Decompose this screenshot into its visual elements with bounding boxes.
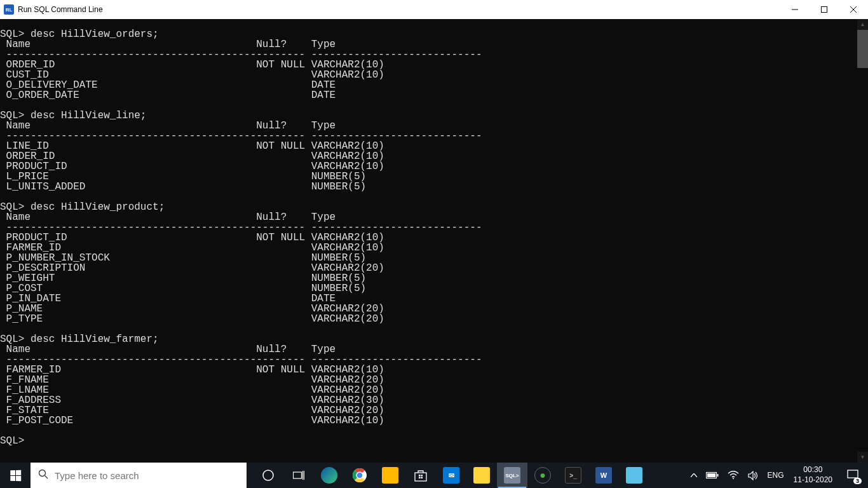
chrome-icon[interactable] xyxy=(344,463,375,488)
svg-rect-17 xyxy=(419,475,421,477)
window-controls xyxy=(780,0,868,19)
taskbar: ✉ SQL> ● >_ W EN xyxy=(0,463,868,488)
mail-icon[interactable]: ✉ xyxy=(436,463,466,488)
tray-overflow-icon[interactable] xyxy=(686,463,702,488)
taskbar-icons: ✉ SQL> ● >_ W xyxy=(253,463,649,488)
volume-icon[interactable] xyxy=(743,463,763,488)
cmd-icon[interactable]: >_ xyxy=(558,463,588,488)
windows-logo-icon xyxy=(10,470,21,481)
task-view-icon[interactable] xyxy=(283,463,314,488)
system-tray: ENG 00:30 11-10-2020 3 xyxy=(686,463,868,488)
svg-rect-22 xyxy=(717,474,718,477)
store-icon[interactable] xyxy=(405,463,436,488)
clock-time: 00:30 xyxy=(794,465,832,475)
word-icon[interactable]: W xyxy=(588,463,619,488)
language-indicator[interactable]: ENG xyxy=(763,463,789,488)
maximize-button[interactable] xyxy=(810,0,839,19)
notification-badge: 3 xyxy=(853,478,862,484)
file-explorer-icon[interactable] xyxy=(375,463,405,488)
cortana-icon[interactable] xyxy=(253,463,283,488)
window-title: Run SQL Command Line xyxy=(18,5,103,14)
app-icon: RL xyxy=(4,4,14,15)
terminal-output: SQL> desc HillView_orders; Name Null? Ty… xyxy=(0,19,868,446)
sticky-notes-icon[interactable] xyxy=(466,463,497,488)
svg-rect-19 xyxy=(419,477,421,479)
clock-date: 11-10-2020 xyxy=(794,475,832,485)
svg-rect-7 xyxy=(294,472,302,478)
svg-rect-20 xyxy=(421,477,423,479)
search-input[interactable] xyxy=(55,470,239,481)
battery-icon[interactable] xyxy=(702,463,723,488)
notification-center-icon[interactable]: 3 xyxy=(837,463,868,488)
svg-rect-1 xyxy=(822,7,827,13)
scrollbar[interactable]: ▲ ▼ xyxy=(857,19,868,463)
start-button[interactable] xyxy=(0,463,31,488)
terminal-area[interactable]: SQL> desc HillView_orders; Name Null? Ty… xyxy=(0,19,868,463)
search-icon xyxy=(38,469,48,482)
scroll-thumb[interactable] xyxy=(857,30,868,68)
svg-rect-25 xyxy=(848,470,858,478)
svg-point-6 xyxy=(263,470,273,480)
mongo-icon[interactable]: ● xyxy=(527,463,558,488)
svg-point-24 xyxy=(733,478,734,479)
edge-icon[interactable] xyxy=(314,463,344,488)
svg-rect-16 xyxy=(415,473,426,481)
scroll-up-arrow[interactable]: ▲ xyxy=(857,19,868,30)
close-button[interactable] xyxy=(839,0,868,19)
scroll-down-arrow[interactable]: ▼ xyxy=(857,452,868,463)
sql-cmd-icon[interactable]: SQL> xyxy=(497,463,527,488)
svg-line-5 xyxy=(45,476,48,479)
title-bar[interactable]: RL Run SQL Command Line xyxy=(0,0,868,19)
clock[interactable]: 00:30 11-10-2020 xyxy=(789,463,837,488)
svg-rect-18 xyxy=(421,475,423,477)
minimize-button[interactable] xyxy=(780,0,810,19)
search-box[interactable] xyxy=(31,463,247,488)
svg-point-4 xyxy=(39,470,46,477)
svg-rect-23 xyxy=(707,473,715,477)
notepad-icon[interactable] xyxy=(619,463,649,488)
wifi-icon[interactable] xyxy=(723,463,743,488)
